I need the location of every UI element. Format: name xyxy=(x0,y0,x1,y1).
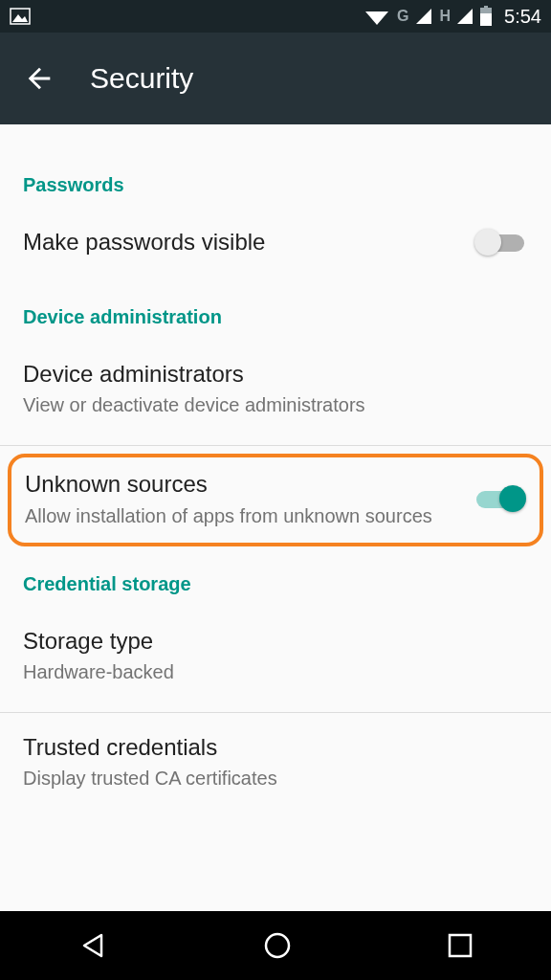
item-title: Make passwords visible xyxy=(23,227,455,256)
page-title: Security xyxy=(90,62,193,95)
divider xyxy=(0,445,551,446)
section-device-admin-header: Device administration xyxy=(0,276,551,340)
status-bar: G H 5:54 xyxy=(0,0,551,33)
svg-marker-2 xyxy=(365,11,388,25)
nav-back-icon[interactable] xyxy=(77,929,109,962)
item-storage-type[interactable]: Storage type Hardware-backed xyxy=(0,607,551,704)
svg-marker-3 xyxy=(416,9,431,24)
back-arrow-icon[interactable] xyxy=(23,62,55,95)
item-trusted-credentials[interactable]: Trusted credentials Display trusted CA c… xyxy=(0,713,551,797)
navigation-bar xyxy=(0,911,551,980)
app-bar: Security xyxy=(0,33,551,124)
item-title: Unknown sources xyxy=(25,469,453,499)
nav-home-icon[interactable] xyxy=(261,929,294,962)
wifi-icon xyxy=(364,7,389,26)
toggle-make-passwords-visible[interactable] xyxy=(474,229,528,256)
signal-icon-2 xyxy=(456,8,474,25)
content: Passwords Make passwords visible Device … xyxy=(0,124,551,797)
status-time: 5:54 xyxy=(504,6,541,28)
section-credential-header: Credential storage xyxy=(0,546,551,607)
item-unknown-sources[interactable]: Unknown sources Allow installation of ap… xyxy=(8,454,543,546)
svg-rect-10 xyxy=(450,935,471,956)
status-right: G H 5:54 xyxy=(364,6,541,28)
item-title: Trusted credentials xyxy=(23,732,528,762)
item-subtitle: Hardware-backed xyxy=(23,659,528,685)
toggle-unknown-sources[interactable] xyxy=(473,485,526,512)
picture-icon xyxy=(10,8,31,25)
svg-point-9 xyxy=(266,934,289,957)
section-passwords-header: Passwords xyxy=(0,159,551,208)
item-title: Device administrators xyxy=(23,359,528,389)
item-make-passwords-visible[interactable]: Make passwords visible xyxy=(0,208,551,276)
svg-marker-1 xyxy=(12,14,28,22)
item-device-administrators[interactable]: Device administrators View or deactivate… xyxy=(0,340,551,437)
item-title: Storage type xyxy=(23,626,528,656)
network-label-2: H xyxy=(440,8,452,25)
battery-icon xyxy=(479,6,493,27)
svg-marker-8 xyxy=(84,935,101,956)
item-subtitle: View or deactivate device administrators xyxy=(23,392,528,418)
item-subtitle: Display trusted CA certificates xyxy=(23,766,528,791)
network-label-1: G xyxy=(397,8,408,25)
svg-marker-4 xyxy=(457,9,473,24)
nav-recent-icon[interactable] xyxy=(446,931,474,960)
item-subtitle: Allow installation of apps from unknown … xyxy=(25,503,453,529)
signal-icon-1 xyxy=(415,8,432,25)
status-left xyxy=(10,8,31,25)
svg-rect-5 xyxy=(484,6,488,8)
svg-rect-7 xyxy=(480,13,492,26)
